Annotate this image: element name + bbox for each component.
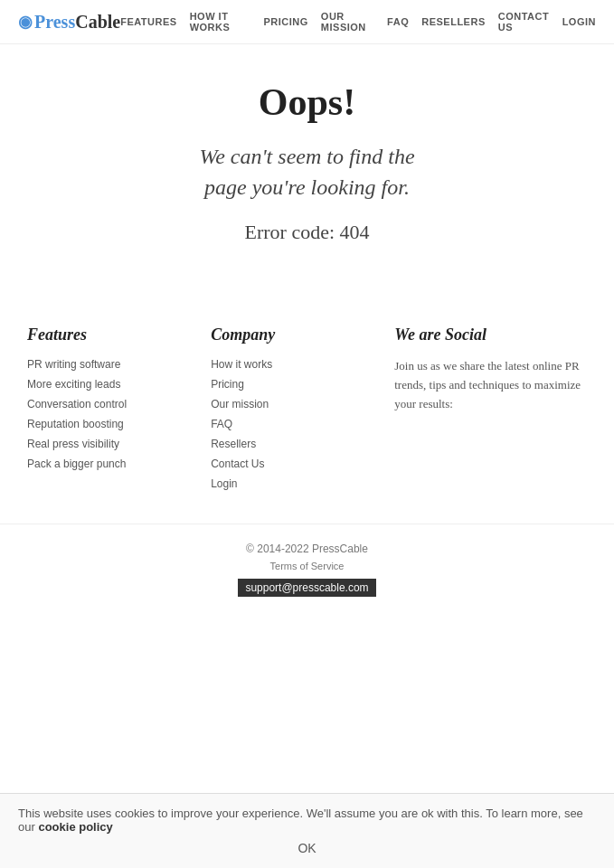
oops-title: Oops! xyxy=(18,80,596,124)
nav-how-it-works[interactable]: HOW IT WORKS xyxy=(190,11,251,33)
features-title: Features xyxy=(27,326,184,344)
logo-cable: Cable xyxy=(75,12,120,33)
feature-conversation[interactable]: Conversation control xyxy=(27,398,127,410)
list-item: PR writing software xyxy=(27,357,184,372)
company-our-mission[interactable]: Our mission xyxy=(211,398,269,410)
footer-social: We are Social Join us as we share the la… xyxy=(381,326,596,496)
nav-faq[interactable]: FAQ xyxy=(387,16,409,27)
cookie-message: This website uses cookies to improve you… xyxy=(18,807,596,834)
company-pricing[interactable]: Pricing xyxy=(211,378,244,391)
company-faq[interactable]: FAQ xyxy=(211,418,232,430)
feature-bigger-punch[interactable]: Pack a bigger punch xyxy=(27,458,126,470)
social-title: We are Social xyxy=(394,326,582,344)
error-message-line1: We can't seem to find the xyxy=(199,145,414,168)
features-list: PR writing software More exciting leads … xyxy=(27,357,184,471)
list-item: Our mission xyxy=(211,397,367,411)
error-code: Error code: 404 xyxy=(18,221,596,244)
company-login[interactable]: Login xyxy=(211,477,237,490)
main-content: Oops! We can't seem to find the page you… xyxy=(0,44,614,307)
list-item: Resellers xyxy=(211,437,367,451)
nav-pricing[interactable]: PRICING xyxy=(263,16,307,27)
list-item: How it works xyxy=(211,357,367,372)
logo-icon: ◉ xyxy=(18,12,33,32)
company-how-it-works[interactable]: How it works xyxy=(211,358,272,371)
list-item: Pricing xyxy=(211,377,367,392)
list-item: Real press visibility xyxy=(27,437,184,451)
logo[interactable]: ◉PressCable xyxy=(18,12,120,33)
social-description: Join us as we share the latest online PR… xyxy=(394,357,582,413)
logo-press: Press xyxy=(34,12,75,33)
nav-resellers[interactable]: RESELLERS xyxy=(421,16,486,27)
list-item: More exciting leads xyxy=(27,377,184,392)
list-item: Login xyxy=(211,476,367,491)
nav-features[interactable]: FEATURES xyxy=(120,16,176,27)
copyright: © 2014-2022 PressCable xyxy=(18,542,596,555)
company-list: How it works Pricing Our mission FAQ Res… xyxy=(211,357,367,491)
footer-columns: Features PR writing software More exciti… xyxy=(0,307,614,524)
list-item: Conversation control xyxy=(27,397,184,411)
main-nav: FEATURES HOW IT WORKS PRICING OUR MISSIO… xyxy=(120,11,596,33)
error-message-line2: page you're looking for. xyxy=(204,175,410,199)
support-email-link[interactable]: support@presscable.com xyxy=(238,579,375,597)
footer-company: Company How it works Pricing Our mission… xyxy=(197,326,381,496)
terms-of-service-link[interactable]: Terms of Service xyxy=(18,561,596,571)
cookie-ok-button[interactable]: OK xyxy=(298,841,316,855)
list-item: Pack a bigger punch xyxy=(27,457,184,471)
list-item: FAQ xyxy=(211,417,367,431)
feature-exciting-leads[interactable]: More exciting leads xyxy=(27,378,120,391)
company-contact-us[interactable]: Contact Us xyxy=(211,458,264,470)
nav-contact-us[interactable]: CONTACT US xyxy=(498,11,550,33)
company-title: Company xyxy=(211,326,367,344)
nav-our-mission[interactable]: OUR MISSION xyxy=(321,11,374,33)
list-item: Reputation boosting xyxy=(27,417,184,431)
cookie-banner: This website uses cookies to improve you… xyxy=(0,793,614,868)
footer-features: Features PR writing software More exciti… xyxy=(18,326,197,496)
nav-login[interactable]: LOGIN xyxy=(562,16,596,27)
list-item: Contact Us xyxy=(211,457,367,471)
bottom-footer: © 2014-2022 PressCable Terms of Service … xyxy=(0,524,614,615)
cookie-policy-link[interactable]: cookie policy xyxy=(38,820,112,834)
feature-press-visibility[interactable]: Real press visibility xyxy=(27,438,119,450)
company-resellers[interactable]: Resellers xyxy=(211,438,256,450)
header: ◉PressCable FEATURES HOW IT WORKS PRICIN… xyxy=(0,0,614,44)
feature-pr-writing[interactable]: PR writing software xyxy=(27,358,120,371)
feature-reputation[interactable]: Reputation boosting xyxy=(27,418,124,430)
error-message: We can't seem to find the page you're lo… xyxy=(18,142,596,203)
